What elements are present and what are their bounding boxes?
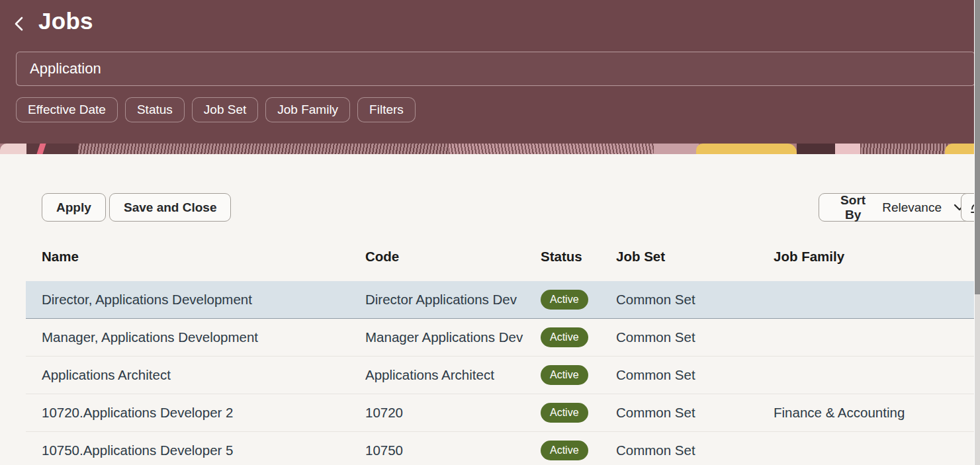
job-set: Common Set: [616, 443, 774, 458]
filter-chip-job-set[interactable]: Job Set: [192, 97, 258, 122]
status-badge: Active: [541, 365, 588, 384]
job-name: Manager, Applications Development: [26, 329, 365, 345]
table-row[interactable]: Applications Architect Applications Arch…: [26, 357, 975, 394]
job-set: Common Set: [616, 405, 774, 421]
job-family: Finance & Accounting: [774, 405, 975, 421]
sort-by-value: Relevance: [882, 200, 942, 215]
scrollbar-thumb[interactable]: [975, 0, 980, 294]
job-code: Director Applications Dev: [365, 292, 541, 308]
status-badge: Active: [541, 327, 588, 347]
job-name: Director, Applications Development: [26, 292, 365, 308]
page-header: Jobs Effective Date Status Job Set Job F…: [0, 0, 980, 144]
job-code: Applications Architect: [365, 367, 541, 383]
job-code: 10720: [365, 405, 541, 421]
column-header-job-set: Job Set: [616, 249, 774, 265]
page-title: Jobs: [38, 8, 93, 34]
job-set: Common Set: [616, 367, 774, 383]
filter-chip-job-family[interactable]: Job Family: [265, 97, 350, 122]
filter-chip-filters[interactable]: Filters: [357, 97, 416, 122]
job-set: Common Set: [616, 292, 774, 308]
table-row[interactable]: 10720.Applications Developer 2 10720 Act…: [26, 394, 975, 432]
search-input[interactable]: [16, 52, 975, 86]
sort-by-label: Sort By: [833, 193, 873, 222]
vertical-scrollbar[interactable]: [974, 0, 980, 465]
apply-button[interactable]: Apply: [42, 193, 106, 222]
column-header-name: Name: [26, 249, 365, 265]
status-badge: Active: [541, 290, 588, 309]
status-badge: Active: [541, 441, 588, 460]
job-name: Applications Architect: [26, 367, 365, 383]
back-chevron-icon: [12, 14, 26, 34]
filter-chip-effective-date[interactable]: Effective Date: [16, 97, 118, 122]
decorative-banner: [0, 144, 980, 154]
column-header-code: Code: [365, 249, 541, 265]
filter-chip-status[interactable]: Status: [125, 97, 185, 122]
job-code: Manager Applications Dev: [365, 329, 541, 345]
job-name: 10720.Applications Developer 2: [26, 405, 365, 421]
column-header-job-family: Job Family: [774, 249, 975, 265]
table-row[interactable]: Director, Applications Development Direc…: [26, 281, 975, 319]
back-button[interactable]: [8, 12, 30, 36]
save-and-close-button[interactable]: Save and Close: [109, 193, 231, 222]
filter-chip-bar: Effective Date Status Job Set Job Family…: [16, 97, 416, 122]
table-body: Director, Applications Development Direc…: [26, 281, 975, 465]
job-set: Common Set: [616, 329, 774, 345]
table-header-row: Name Code Status Job Set Job Family: [26, 242, 975, 271]
jobs-search-page: Jobs Effective Date Status Job Set Job F…: [0, 0, 980, 465]
table-row[interactable]: 10750.Applications Developer 5 10750 Act…: [26, 432, 975, 465]
job-name: 10750.Applications Developer 5: [26, 443, 365, 458]
status-badge: Active: [541, 403, 588, 422]
job-code: 10750: [365, 443, 541, 458]
table-row[interactable]: Manager, Applications Development Manage…: [26, 319, 975, 357]
sort-by-dropdown[interactable]: Sort By Relevance: [819, 193, 980, 222]
column-header-status: Status: [541, 249, 616, 265]
